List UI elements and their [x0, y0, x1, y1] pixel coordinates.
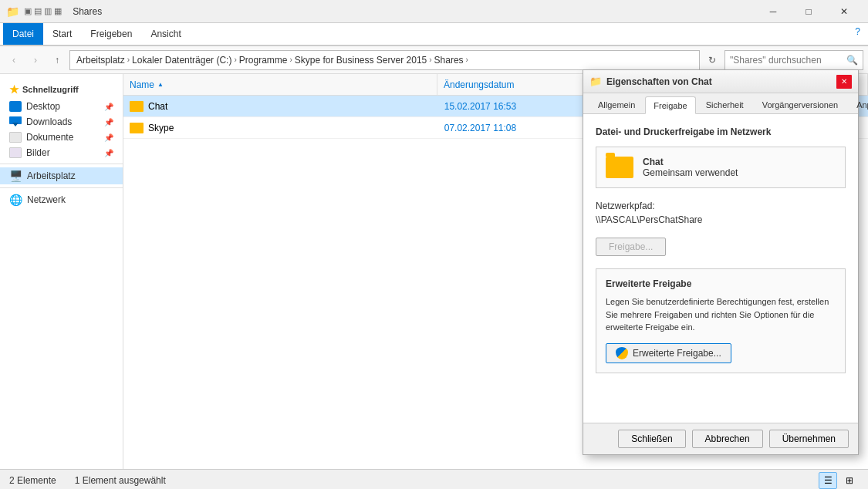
view-tiles-button[interactable]: ⊞ — [840, 472, 859, 489]
view-controls: ☰ ⊞ — [819, 472, 859, 489]
back-button[interactable]: ‹ — [5, 51, 23, 69]
ribbon-tabs: Datei Start Freigeben Ansicht ? — [0, 23, 868, 46]
sidebar-item-bilder[interactable]: Bilder 📌 — [0, 145, 123, 160]
network-path-label: Netzwerkpfad: — [596, 201, 846, 211]
dialog-title-folder-icon: 📁 — [589, 76, 602, 87]
sidebar-dokumente-label: Dokumente — [26, 132, 73, 143]
sharing-status: Gemeinsam verwendet — [643, 167, 738, 178]
dialog-section-title: Datei- und Druckerfreigabe im Netzwerk — [596, 126, 846, 137]
sidebar-desktop-label: Desktop — [26, 101, 60, 112]
search-icon: 🔍 — [846, 55, 858, 66]
dokumente-icon — [9, 132, 22, 143]
breadcrumb-lokaler: Lokaler Datenträger (C:) — [132, 55, 231, 66]
sidebar-item-arbeitsplatz[interactable]: 🖥️ Arbeitsplatz — [0, 167, 123, 184]
dialog-tab-allgemein[interactable]: Allgemein — [589, 96, 643, 113]
dialog-tab-freigabe[interactable]: Freigabe — [645, 96, 695, 114]
forward-button[interactable]: › — [26, 51, 45, 69]
file-name-label-chat: Chat — [148, 101, 167, 112]
status-bar: 2 Elemente 1 Element ausgewählt ☰ ⊞ — [0, 469, 868, 489]
netzwerk-icon: 🌐 — [9, 194, 22, 206]
dialog-tab-anpassen[interactable]: Anpassen — [848, 96, 868, 113]
sidebar-section-schnellzugriff: ★ Schnellzugriff — [0, 80, 123, 99]
sort-arrow-name: ▲ — [157, 81, 164, 88]
col-date-label: Änderungsdatum — [444, 79, 514, 90]
abbrechen-button[interactable]: Abbrechen — [692, 430, 763, 448]
search-bar[interactable]: 🔍 — [724, 50, 863, 70]
sidebar: ★ Schnellzugriff Desktop 📌 Downloads 📌 D… — [0, 74, 123, 469]
pin-icon-downloads: 📌 — [104, 118, 113, 126]
breadcrumb-arbeitsplatz: Arbeitsplatz — [76, 55, 125, 66]
selected-count: 1 Element ausgewählt — [75, 475, 166, 486]
dialog-close-button[interactable]: ✕ — [836, 75, 852, 89]
dialog-tabs: Allgemein Freigabe Sicherheit Vorgängerv… — [583, 93, 858, 114]
search-input[interactable] — [730, 55, 843, 66]
ribbon-help-icon[interactable]: ? — [847, 23, 868, 45]
dialog-title-text: Eigenschaften von Chat — [606, 76, 712, 87]
item-count: 2 Elemente — [9, 475, 56, 486]
breadcrumb-sep-5: › — [466, 56, 468, 64]
sidebar-item-netzwerk[interactable]: 🌐 Netzwerk — [0, 191, 123, 208]
title-bar: 📁 ▣ ▤ ▥ ▦ Shares ─ □ ✕ — [0, 0, 868, 23]
file-name-label-skype: Skype — [148, 123, 174, 133]
view-details-button[interactable]: ☰ — [819, 472, 837, 489]
sidebar-item-downloads[interactable]: Downloads 📌 — [0, 114, 123, 130]
pin-icon-desktop: 📌 — [104, 103, 113, 111]
tab-datei[interactable]: Datei — [3, 23, 43, 45]
advanced-btn-label: Erweiterte Freigabe... — [633, 348, 721, 359]
advanced-section: Erweiterte Freigabe Legen Sie benutzerde… — [596, 268, 846, 373]
maximize-button[interactable]: □ — [791, 0, 826, 23]
refresh-button[interactable]: ↻ — [703, 51, 721, 69]
tab-start[interactable]: Start — [43, 23, 81, 45]
desktop-icon — [9, 101, 22, 112]
sidebar-star-icon: ★ — [9, 83, 19, 96]
advanced-description: Legen Sie benutzerdefinierte Berechtigun… — [606, 295, 836, 334]
breadcrumb-sep-3: › — [289, 56, 292, 64]
dialog-tab-vorganger[interactable]: Vorgängerversionen — [754, 96, 846, 113]
sidebar-downloads-label: Downloads — [26, 116, 72, 127]
sidebar-divider-1 — [0, 164, 123, 164]
col-name[interactable]: Name ▲ — [123, 74, 437, 95]
breadcrumb-sep-1: › — [127, 56, 130, 64]
breadcrumb-shares: Shares — [434, 55, 464, 66]
sidebar-arbeitsplatz-label: Arbeitsplatz — [27, 170, 76, 181]
advanced-title: Erweiterte Freigabe — [606, 278, 836, 289]
file-name-chat: Chat — [123, 101, 438, 112]
title-folder-icon: 📁 — [6, 5, 19, 18]
tab-freigeben[interactable]: Freigeben — [81, 23, 141, 45]
schliessen-button[interactable]: Schließen — [618, 430, 685, 448]
bilder-icon — [9, 147, 22, 158]
minimize-button[interactable]: ─ — [755, 0, 791, 23]
sharing-box: Chat Gemeinsam verwendet — [596, 147, 846, 188]
folder-icon-skype — [130, 123, 144, 133]
downloads-icon — [9, 116, 22, 127]
title-quick-access: ▣ ▤ ▥ ▦ — [24, 6, 62, 16]
sidebar-netzwerk-label: Netzwerk — [27, 194, 66, 205]
sidebar-item-desktop[interactable]: Desktop 📌 — [0, 99, 123, 114]
col-name-label: Name — [130, 79, 154, 90]
pin-icon-dokumente: 📌 — [104, 133, 113, 142]
up-button[interactable]: ↑ — [48, 51, 66, 69]
shield-icon — [616, 347, 628, 359]
network-path-value: \\PASCAL\PersChatShare — [596, 214, 846, 225]
ubernehmen-button[interactable]: Übernehmen — [769, 430, 849, 448]
title-text: Shares — [73, 6, 102, 17]
close-button[interactable]: ✕ — [826, 0, 862, 23]
sharing-name: Chat — [643, 157, 738, 167]
share-button[interactable]: Freigabe... — [596, 238, 666, 256]
breadcrumb-sep-4: › — [429, 56, 431, 64]
dialog-tab-sicherheit[interactable]: Sicherheit — [697, 96, 752, 113]
sharing-info: Chat Gemeinsam verwendet — [643, 157, 738, 178]
dialog-title-left: 📁 Eigenschaften von Chat — [589, 76, 712, 87]
breadcrumb-skype: Skype for Business Server 2015 — [295, 55, 427, 66]
sidebar-item-dokumente[interactable]: Dokumente 📌 — [0, 130, 123, 145]
tab-ansicht[interactable]: Ansicht — [141, 23, 190, 45]
advanced-sharing-button[interactable]: Erweiterte Freigabe... — [606, 343, 731, 363]
sidebar-bilder-label: Bilder — [26, 147, 50, 158]
sidebar-schnellzugriff-label: Schnellzugriff — [22, 85, 79, 94]
properties-dialog: 📁 Eigenschaften von Chat ✕ Allgemein Fre… — [583, 69, 859, 455]
dialog-body: Datei- und Druckerfreigabe im Netzwerk C… — [583, 114, 858, 423]
folder-icon-chat — [130, 101, 144, 112]
title-bar-left: 📁 ▣ ▤ ▥ ▦ Shares — [6, 5, 102, 18]
breadcrumb[interactable]: Arbeitsplatz › Lokaler Datenträger (C:) … — [69, 50, 700, 70]
ribbon: Datei Start Freigeben Ansicht ? — [0, 23, 868, 46]
